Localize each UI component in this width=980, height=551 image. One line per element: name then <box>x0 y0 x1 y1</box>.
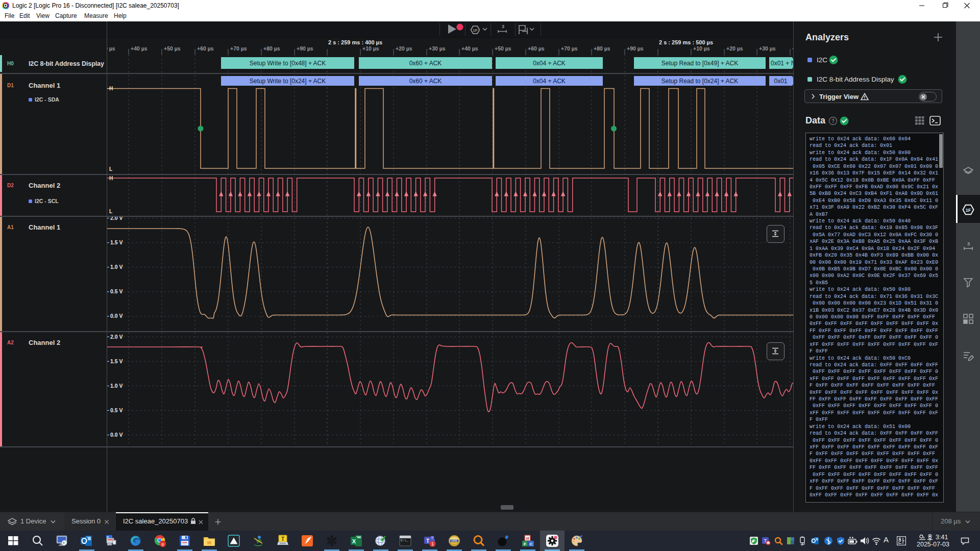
svg-text:2.0 V: 2.0 V <box>110 334 123 340</box>
svg-text:0x60 + ACK: 0x60 + ACK <box>409 78 442 85</box>
svg-text:3: 3 <box>502 24 504 29</box>
svg-text:0x60 + ACK: 0x60 + ACK <box>409 60 442 67</box>
svg-text:+60 µs: +60 µs <box>528 45 545 52</box>
svg-text:+50 µs: +50 µs <box>164 45 181 52</box>
svg-text:+10 µs: +10 µs <box>693 45 710 52</box>
svg-text:0.0 V: 0.0 V <box>110 432 123 438</box>
svg-text:H: H <box>109 86 113 91</box>
svg-text:1.0 V: 1.0 V <box>110 383 123 389</box>
svg-text:3: 3 <box>967 241 970 246</box>
svg-text:X: X <box>352 538 356 544</box>
svg-text:И: И <box>526 536 529 541</box>
svg-text:1F: 1F <box>473 28 477 33</box>
svg-text:+60 µs: +60 µs <box>197 45 214 52</box>
svg-text:+70 µs: +70 µs <box>561 45 578 52</box>
svg-text:0x04 + ACK: 0x04 + ACK <box>533 60 566 67</box>
svg-text:1: 1 <box>431 541 434 546</box>
svg-text:+40 µs: +40 µs <box>131 45 148 52</box>
svg-text:+90 µs: +90 µs <box>297 45 313 52</box>
svg-text:1.0 V: 1.0 V <box>110 264 123 270</box>
svg-text:Setup Read to [0x24] + ACK: Setup Read to [0x24] + ACK <box>662 78 738 85</box>
svg-text:1F: 1F <box>966 208 971 213</box>
svg-text:1.5 V: 1.5 V <box>110 239 123 245</box>
svg-text:C:\_: C:\_ <box>401 539 408 542</box>
svg-text:L: L <box>109 209 112 214</box>
svg-text:+50 µs: +50 µs <box>495 45 511 52</box>
svg-text:+90 µs: +90 µs <box>627 45 644 52</box>
svg-text:+30 µs: +30 µs <box>429 45 446 52</box>
svg-text:C: C <box>530 542 533 546</box>
svg-text:+20 µs: +20 µs <box>396 45 412 52</box>
svg-text:I2C 8-bit Address Display: I2C 8-bit Address Display <box>817 76 894 83</box>
svg-text:+30 µs: +30 µs <box>759 45 776 52</box>
svg-text:+40 µs: +40 µs <box>461 45 478 52</box>
svg-text:I2C: I2C <box>817 56 827 64</box>
svg-text:?: ? <box>831 118 835 124</box>
svg-text:0.5 V: 0.5 V <box>110 288 123 294</box>
svg-text:2 s : 259 ms : 400 µs: 2 s : 259 ms : 400 µs <box>328 39 382 45</box>
svg-text:1.5 V: 1.5 V <box>110 358 123 364</box>
svg-text:+80 µs: +80 µs <box>263 45 280 52</box>
svg-text:+70 µs: +70 µs <box>230 45 247 52</box>
svg-text:0.0 V: 0.0 V <box>110 313 123 319</box>
svg-text:+20 µs: +20 µs <box>726 45 743 52</box>
svg-text:T: T <box>426 538 429 544</box>
svg-text:Setup Write to [0x48] + ACK: Setup Write to [0x48] + ACK <box>250 60 326 67</box>
svg-text:2 s : 259 ms : 500 µs: 2 s : 259 ms : 500 µs <box>659 39 713 45</box>
svg-text:+80 µs: +80 µs <box>594 45 610 52</box>
svg-text:H: H <box>109 176 113 181</box>
svg-text:승: 승 <box>161 542 165 546</box>
svg-text:Setup Write to [0x24] + ACK: Setup Write to [0x24] + ACK <box>250 78 326 85</box>
svg-text:+10 µs: +10 µs <box>362 45 379 52</box>
svg-text:0.5 V: 0.5 V <box>110 407 123 413</box>
svg-text:T: T <box>281 536 285 542</box>
svg-text:0x01 + N: 0x01 + N <box>771 60 794 67</box>
svg-text:+30 µs: +30 µs <box>107 45 115 52</box>
svg-text:0x04 + ACK: 0x04 + ACK <box>533 78 566 85</box>
svg-text:F: F <box>524 542 526 546</box>
svg-text:0x01: 0x01 <box>774 78 787 85</box>
svg-text:L: L <box>109 166 112 172</box>
svg-text:Setup Read to [0x49] + ACK: Setup Read to [0x49] + ACK <box>662 60 738 67</box>
